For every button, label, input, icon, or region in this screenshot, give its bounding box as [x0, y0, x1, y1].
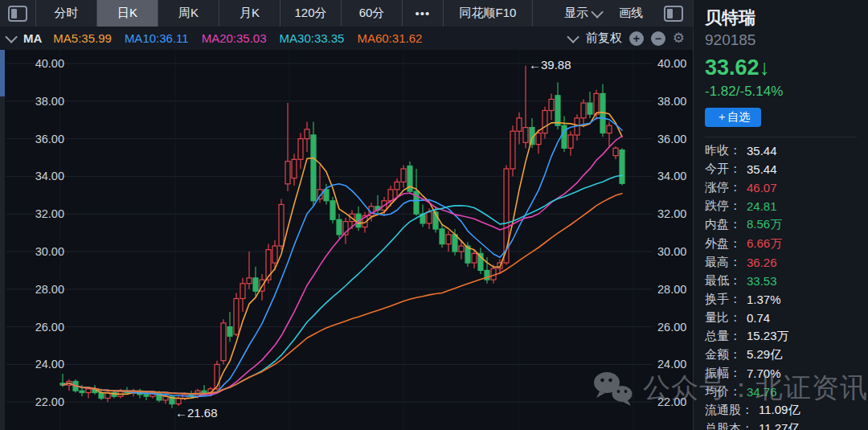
svg-text:22.00: 22.00 [35, 395, 64, 408]
zoom-out-icon[interactable]: − [651, 31, 665, 46]
svg-text:22.00: 22.00 [657, 395, 686, 408]
svg-text:←39.88: ←39.88 [529, 58, 571, 72]
stat-row: 涨停：46.07 [705, 178, 857, 197]
stat-label: 总量： [705, 329, 741, 344]
stat-value: 36.26 [747, 256, 777, 269]
stat-value: 11.09亿 [759, 403, 800, 418]
tab-日K[interactable]: 日K [97, 0, 158, 27]
panel-layout-icon [8, 6, 27, 22]
stock-name: 贝特瑞 [705, 6, 857, 29]
draw-line-button[interactable]: 画线 [608, 0, 654, 27]
app-window: 分时日K周K月K120分60分 ••• 同花顺F10 显示 画线 MA MA5:… [0, 0, 868, 430]
layout-toggle-left-button[interactable] [0, 0, 36, 27]
ths-f10-button[interactable]: 同花顺F10 [444, 0, 533, 27]
stat-row: 昨收：35.44 [705, 141, 857, 160]
stats-list: 昨收：35.44今开：35.44涨停：46.07跌停：24.81内盘：8.56万… [705, 141, 857, 430]
ma-readout: MA60:31.62 [357, 31, 422, 45]
display-menu-button[interactable]: 显示 [559, 0, 608, 27]
kline-canvas[interactable]: 40.0040.0038.0038.0036.0036.0034.0034.00… [0, 50, 693, 430]
ma-indicator-label: MA [23, 31, 42, 45]
stat-row: 外盘：6.66万 [705, 234, 857, 252]
stat-value: 46.07 [747, 181, 777, 195]
toolbar-spacer [533, 0, 559, 27]
zoom-in-icon[interactable]: + [629, 31, 644, 46]
stat-label: 今开： [705, 162, 741, 177]
stat-row: 最高：36.26 [705, 253, 857, 272]
stat-value: 35.44 [747, 144, 777, 158]
ma-readout: MA30:33.35 [280, 31, 345, 45]
period-tabs: 分时日K周K月K120分60分 [36, 0, 403, 27]
stat-value: 35.44 [747, 162, 777, 176]
stat-row: 流通股：11.09亿 [705, 401, 857, 420]
add-watchlist-button[interactable]: ＋自选 [705, 108, 761, 127]
stat-row: 最低：33.53 [705, 272, 857, 290]
ma-readouts: MA5:35.99MA10:36.11MA20:35.03MA30:33.35M… [53, 31, 435, 45]
stat-label: 均价： [705, 384, 741, 399]
display-label: 显示 [564, 6, 588, 21]
stat-label: 内盘： [705, 217, 741, 232]
stat-value: 24.81 [747, 199, 777, 213]
stat-row: 总股本：11.27亿 [705, 420, 857, 430]
svg-text:36.00: 36.00 [657, 133, 686, 145]
stat-label: 最低： [705, 273, 741, 289]
stat-value: 33.53 [747, 274, 777, 288]
stat-value: 5.29亿 [747, 347, 782, 362]
stat-value: 0.74 [747, 311, 770, 325]
svg-text:38.00: 38.00 [35, 95, 64, 108]
svg-text:30.00: 30.00 [657, 245, 686, 258]
svg-text:40.00: 40.00 [35, 57, 64, 70]
svg-text:28.00: 28.00 [35, 283, 64, 296]
panel-layout-icon [664, 6, 683, 22]
tab-月K[interactable]: 月K [219, 0, 280, 27]
stat-label: 金额： [705, 347, 741, 362]
gear-icon[interactable]: ⚙ [673, 30, 685, 47]
stat-row: 量比：0.74 [705, 309, 857, 327]
tab-120分[interactable]: 120分 [280, 0, 342, 27]
tab-分时[interactable]: 分时 [36, 0, 97, 27]
stat-label: 量比： [705, 310, 741, 326]
stat-row: 内盘：8.56万 [705, 215, 857, 234]
stat-label: 流通股： [705, 403, 753, 418]
stat-row: 金额：5.29亿 [705, 346, 857, 364]
stat-label: 最高： [705, 255, 741, 270]
svg-text:34.00: 34.00 [657, 170, 686, 182]
svg-text:26.00: 26.00 [657, 321, 686, 334]
svg-text:40.00: 40.00 [657, 57, 686, 70]
tab-60分[interactable]: 60分 [342, 0, 403, 27]
stat-value: 11.27亿 [759, 421, 800, 430]
stat-row: 振幅：7.70% [705, 364, 857, 383]
stock-code: 920185 [705, 31, 857, 49]
layout-toggle-right-button[interactable] [654, 0, 693, 27]
stat-row: 跌停：24.81 [705, 197, 857, 215]
left-scrollbar [0, 50, 5, 430]
stat-row: 总量：15.23万 [705, 327, 857, 346]
stat-row: 换手：1.37% [705, 290, 857, 309]
svg-text:32.00: 32.00 [35, 207, 64, 220]
stat-label: 跌停： [705, 199, 741, 214]
svg-text:24.00: 24.00 [657, 358, 686, 371]
more-periods-button[interactable]: ••• [403, 0, 444, 27]
stat-value: 6.66万 [747, 236, 782, 252]
scrollbar-thumb[interactable] [0, 50, 5, 96]
current-price: 33.62↓ [705, 55, 857, 80]
stat-label: 昨收： [705, 143, 741, 158]
adjust-mode-button[interactable]: 前复权 [586, 31, 622, 46]
ma-readout: MA10:36.11 [125, 31, 189, 45]
chevron-down-icon[interactable] [5, 31, 18, 43]
svg-text:28.00: 28.00 [657, 283, 686, 296]
svg-text:24.00: 24.00 [35, 358, 64, 371]
kline-chart[interactable]: 40.0040.0038.0038.0036.0036.0034.0034.00… [0, 50, 693, 430]
svg-text:30.00: 30.00 [35, 245, 64, 258]
stat-value: 8.56万 [747, 217, 782, 232]
stock-info-panel: 贝特瑞 920185 33.62↓ -1.82/-5.14% ＋自选 昨收：35… [693, 0, 868, 430]
stat-label: 换手： [705, 292, 741, 307]
chevron-down-icon[interactable] [567, 31, 579, 43]
svg-text:←21.68: ←21.68 [175, 406, 218, 420]
divider [705, 137, 857, 137]
indicator-bar: MA MA5:35.99MA10:36.11MA20:35.03MA30:33.… [0, 27, 693, 50]
stat-value: 34.76 [747, 385, 777, 399]
stat-label: 涨停： [705, 180, 741, 195]
svg-text:26.00: 26.00 [35, 321, 64, 334]
stat-label: 总股本： [705, 421, 753, 430]
tab-周K[interactable]: 周K [158, 0, 219, 27]
